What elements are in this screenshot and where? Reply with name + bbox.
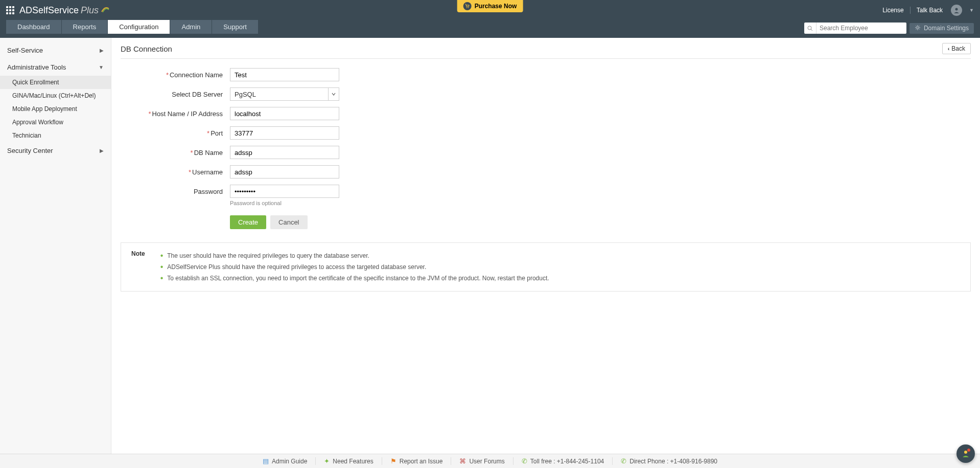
note-label: Note (131, 250, 145, 284)
row-password: Password (141, 185, 971, 198)
svg-point-2 (955, 8, 958, 11)
logo-swoosh-icon (101, 5, 110, 16)
talk-back-link[interactable]: Talk Back (917, 7, 943, 14)
db-connection-form: *Connection Name Select DB Server PgSQL … (121, 68, 971, 229)
app-grid-icon[interactable] (6, 6, 14, 14)
chevron-down-icon: ▼ (99, 64, 104, 70)
license-link[interactable]: License (882, 7, 903, 14)
chat-icon (961, 448, 971, 459)
page-title: DB Connection (121, 44, 172, 53)
label-password: Password (141, 188, 223, 195)
footer: ▤ Admin Guide ✦ Need Features ⚑ Report a… (0, 454, 980, 459)
required-mark: * (189, 168, 191, 176)
label-connection-name: *Connection Name (141, 71, 223, 79)
select-db-server[interactable]: PgSQL (230, 87, 339, 101)
tab-dashboard[interactable]: Dashboard (6, 20, 61, 34)
cancel-button[interactable]: Cancel (270, 215, 307, 229)
footer-report-issue[interactable]: ⚑ Report an Issue (382, 457, 452, 459)
sidebar-item-label: Administrative Tools (7, 63, 66, 71)
tab-support[interactable]: Support (212, 20, 258, 34)
sidebar-mobile-deployment[interactable]: Mobile App Deployment (0, 102, 111, 116)
flag-icon: ⚑ (390, 457, 396, 459)
page-title-row: DB Connection ‹ Back (121, 43, 971, 59)
back-label: Back (951, 45, 965, 52)
footer-user-forums[interactable]: ⌘ User Forums (451, 457, 513, 459)
note-item: The user should have the required privil… (160, 250, 549, 261)
gear-icon (915, 25, 921, 32)
users-icon: ⌘ (459, 457, 466, 459)
tab-reports[interactable]: Reports (62, 20, 108, 34)
cart-icon (463, 2, 472, 10)
select-db-value: PgSQL (230, 87, 328, 101)
footer-need-features[interactable]: ✦ Need Features (316, 457, 382, 459)
user-dropdown-caret-icon[interactable]: ▼ (969, 8, 974, 13)
svg-line-4 (811, 29, 812, 31)
domain-settings-label: Domain Settings (924, 25, 969, 32)
tab-admin[interactable]: Admin (170, 20, 212, 34)
svg-point-3 (808, 26, 811, 30)
sidebar: Self-Service ▶ Administrative Tools ▼ Qu… (0, 38, 111, 459)
row-db-name: *DB Name (141, 146, 971, 159)
label-username: *Username (141, 168, 223, 176)
input-port[interactable] (230, 126, 339, 140)
lightbulb-icon: ✦ (324, 457, 330, 459)
app-name: ADSelfService (19, 5, 79, 16)
row-host: *Host Name / IP Address (141, 107, 971, 120)
top-right-links: License Talk Back ▼ (882, 5, 974, 16)
create-button[interactable]: Create (230, 215, 266, 229)
sidebar-gina[interactable]: GINA/Mac/Linux (Ctrl+Alt+Del) (0, 89, 111, 102)
required-mark: * (148, 110, 151, 118)
input-host[interactable] (230, 107, 339, 120)
purchase-now-button[interactable]: Purchase Now (457, 0, 523, 12)
footer-admin-guide[interactable]: ▤ Admin Guide (254, 457, 316, 459)
svg-point-0 (466, 7, 468, 8)
form-buttons: Create Cancel (230, 215, 971, 229)
domain-settings-button[interactable]: Domain Settings (909, 23, 974, 34)
footer-toll-free[interactable]: ✆ Toll free : +1-844-245-1104 (514, 457, 613, 459)
chevron-right-icon: ▶ (100, 148, 104, 153)
tab-configuration[interactable]: Configuration (108, 20, 170, 34)
sidebar-technician[interactable]: Technician (0, 129, 111, 142)
phone-icon: ✆ (621, 457, 626, 459)
sidebar-item-label: Security Center (7, 147, 53, 154)
sidebar-self-service[interactable]: Self-Service ▶ (0, 42, 111, 59)
label-host: *Host Name / IP Address (141, 110, 223, 118)
app-logo[interactable]: ADSelfService Plus (19, 5, 110, 16)
footer-direct-phone[interactable]: ✆ Direct Phone : +1-408-916-9890 (613, 457, 726, 459)
sidebar-approval-workflow[interactable]: Approval Workflow (0, 116, 111, 129)
select-db-dropdown-button[interactable] (328, 87, 339, 101)
svg-point-1 (468, 7, 469, 8)
chat-fab[interactable] (956, 444, 975, 459)
note-item: ADSelfService Plus should have the requi… (160, 261, 549, 273)
row-username: *Username (141, 165, 971, 179)
sidebar-quick-enrollment[interactable]: Quick Enrollment (0, 76, 111, 89)
required-mark: * (191, 149, 193, 157)
note-item: To establish an SSL connection, you need… (160, 273, 549, 284)
top-header: ADSelfService Plus Purchase Now License … (0, 0, 980, 20)
purchase-label: Purchase Now (475, 3, 517, 10)
required-mark: * (166, 71, 169, 79)
input-password[interactable] (230, 185, 339, 198)
sidebar-item-label: Self-Service (7, 47, 43, 54)
label-port: *Port (141, 129, 223, 137)
row-connection-name: *Connection Name (141, 68, 971, 81)
sidebar-security-center[interactable]: Security Center ▶ (0, 142, 111, 159)
input-username[interactable] (230, 165, 339, 179)
input-connection-name[interactable] (230, 68, 339, 81)
label-db-name: *DB Name (141, 149, 223, 157)
main-tabs: Dashboard Reports Configuration Admin Su… (0, 20, 259, 34)
input-db-name[interactable] (230, 146, 339, 159)
search-box[interactable] (804, 23, 906, 34)
main-wrap: Self-Service ▶ Administrative Tools ▼ Qu… (0, 38, 980, 459)
note-box: Note The user should have the required p… (121, 242, 971, 292)
row-select-db: Select DB Server PgSQL (141, 87, 971, 101)
search-icon (804, 23, 816, 34)
chevron-right-icon: ▶ (100, 48, 104, 53)
sidebar-admin-tools[interactable]: Administrative Tools ▼ (0, 59, 111, 76)
back-button[interactable]: ‹ Back (942, 43, 971, 54)
app-name-suffix: Plus (81, 5, 99, 16)
user-avatar-icon[interactable] (951, 5, 962, 16)
search-input[interactable] (816, 25, 906, 32)
note-list: The user should have the required privil… (160, 250, 549, 284)
label-select-db: Select DB Server (141, 91, 223, 98)
